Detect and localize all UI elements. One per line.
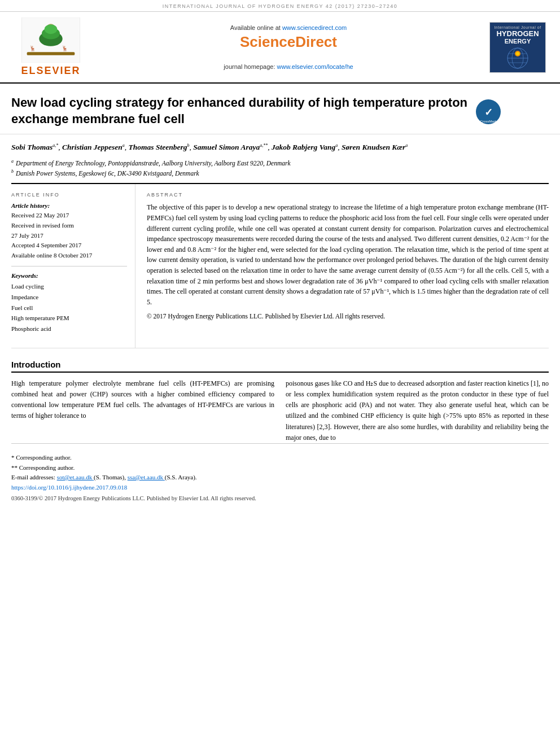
article-history: Article history: Received 22 May 2017 Re…: [11, 202, 127, 260]
email1-link[interactable]: sot@et.aau.dk: [57, 474, 94, 480]
journal-homepage: journal homepage: www.elsevier.com/locat…: [224, 63, 353, 70]
footnote-corresponding1: * Corresponding author.: [11, 453, 549, 463]
available-online-date: Available online 8 October 2017: [11, 251, 127, 261]
journal-bar: INTERNATIONAL JOURNAL OF HYDROGEN ENERGY…: [0, 0, 560, 12]
doi-link[interactable]: https://doi.org/10.1016/j.ijhydene.2017.…: [11, 484, 127, 491]
affiliation-a: a Department of Energy Technology, Ponto…: [11, 158, 549, 168]
keyword-fuel-cell: Fuel cell: [11, 303, 127, 313]
sciencedirect-url-link[interactable]: www.sciencedirect.com: [282, 24, 347, 31]
header-center: Available online at www.sciencedirect.co…: [96, 18, 481, 77]
keyword-high-temp-pem: High temperature PEM: [11, 313, 127, 324]
svg-text:🦌: 🦌: [62, 45, 68, 52]
article-info-column: ARTICLE INFO Article history: Received 2…: [11, 184, 135, 347]
authors-line: Sobi Thomasa,*, Christian Jeppesena, Tho…: [11, 141, 549, 154]
keyword-load-cycling: Load cycling: [11, 281, 127, 292]
journal-homepage-link[interactable]: www.elsevier.com/locate/he: [277, 63, 353, 70]
received-revised-label: Received in revised form: [11, 221, 127, 231]
footnote-email: E-mail addresses: sot@et.aau.dk (S. Thom…: [11, 473, 549, 483]
introduction-left-column: High temperature polymer electrolyte mem…: [11, 378, 274, 443]
svg-text:✓: ✓: [484, 107, 493, 118]
article-info-abstract-section: ARTICLE INFO Article history: Received 2…: [11, 183, 549, 348]
affiliation-b: b Danish Power Systems, Egeskowej 6c, DK…: [11, 168, 549, 178]
sciencedirect-logo: ScienceDirect: [240, 33, 337, 51]
svg-point-15: [516, 52, 519, 55]
article-history-label: Article history:: [11, 202, 127, 209]
keyword-impedance: Impedance: [11, 292, 127, 303]
elsevier-wordmark: ELSEVIER: [21, 65, 80, 77]
introduction-content: High temperature polymer electrolyte mem…: [11, 378, 549, 443]
title-section: New load cycling strategy for enhanced d…: [0, 84, 560, 134]
keywords-label: Keywords:: [11, 272, 127, 279]
globe-icon: [506, 47, 529, 69]
received-date: Received 22 May 2017: [11, 211, 127, 221]
elsevier-logo: 🦌 🦌 ELSEVIER: [11, 18, 90, 77]
abstract-text: The objective of this paper is to develo…: [147, 202, 549, 307]
abstract-header: ABSTRACT: [147, 192, 549, 198]
email2-link[interactable]: ssa@et.aau.dk: [128, 474, 165, 480]
introduction-title: Introduction: [11, 360, 549, 373]
article-info-header: ARTICLE INFO: [11, 192, 127, 198]
article-footer: * Corresponding author. ** Corresponding…: [11, 443, 549, 506]
svg-text:CrossMark: CrossMark: [480, 120, 497, 123]
crossmark-icon: ✓ CrossMark: [474, 98, 502, 126]
authors-section: Sobi Thomasa,*, Christian Jeppesena, Tho…: [0, 134, 560, 183]
crossmark: ✓ CrossMark: [474, 98, 502, 128]
available-online-text: Available online at www.sciencedirect.co…: [230, 24, 347, 31]
accepted-date: Accepted 4 September 2017: [11, 241, 127, 251]
keywords-section: Keywords: Load cycling Impedance Fuel ce…: [11, 272, 127, 334]
abstract-copyright: © 2017 Hydrogen Energy Publications LLC.…: [147, 312, 549, 321]
elsevier-tree-icon: 🦌 🦌: [20, 18, 82, 63]
journal-bar-text: INTERNATIONAL JOURNAL OF HYDROGEN ENERGY…: [163, 3, 398, 9]
doi-line: https://doi.org/10.1016/j.ijhydene.2017.…: [11, 483, 549, 492]
hydrogen-energy-logo: International Journal of HYDROGEN ENERGY: [487, 18, 549, 77]
introduction-right-column: poisonous gases like CO and H₂S due to d…: [286, 378, 549, 443]
svg-text:🦌: 🦌: [29, 45, 36, 52]
introduction-left-text: High temperature polymer electrolyte mem…: [11, 378, 274, 422]
abstract-column: ABSTRACT The objective of this paper is …: [135, 184, 549, 347]
keyword-phosphoric-acid: Phosphoric acid: [11, 324, 127, 334]
svg-point-5: [45, 24, 58, 34]
article-title: New load cycling strategy for enhanced d…: [11, 95, 474, 127]
svg-rect-6: [27, 52, 75, 55]
footer-copyright: 0360-3199/© 2017 Hydrogen Energy Publica…: [11, 495, 549, 501]
divider: [11, 266, 127, 267]
he-logo-box: International Journal of HYDROGEN ENERGY: [489, 22, 546, 73]
header: 🦌 🦌 ELSEVIER Available online at www.sci…: [0, 12, 560, 84]
revised-date: 27 July 2017: [11, 231, 127, 241]
affiliations: a Department of Energy Technology, Ponto…: [11, 158, 549, 179]
introduction-right-text: poisonous gases like CO and H₂S due to d…: [286, 378, 549, 443]
introduction-section: Introduction High temperature polymer el…: [11, 348, 549, 443]
footnote-corresponding2: ** Corresponding author.: [11, 463, 549, 473]
